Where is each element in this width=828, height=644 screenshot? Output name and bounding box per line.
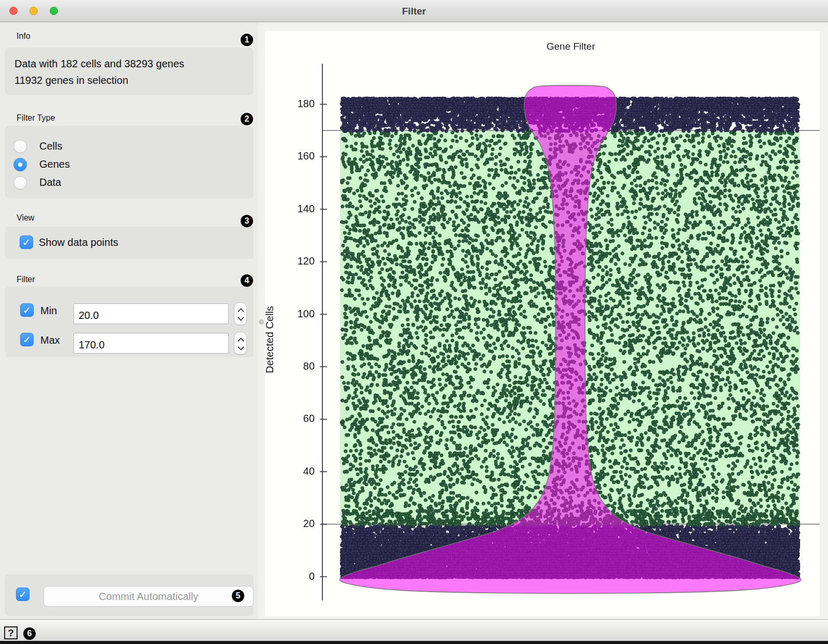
min-checkbox[interactable] <box>20 303 34 317</box>
filter-type-box: Cells Genes Data <box>5 126 254 198</box>
annotation-badge-2: 2 <box>241 113 253 125</box>
filter-type-section-header: Filter Type <box>17 113 55 123</box>
min-spinner[interactable] <box>234 302 247 325</box>
max-spinner-up-icon[interactable] <box>238 338 244 344</box>
help-button[interactable]: ? <box>4 626 18 639</box>
filter-box: Min Max <box>5 286 254 357</box>
splitter-handle[interactable] <box>259 319 264 325</box>
max-checkbox[interactable] <box>20 333 34 346</box>
info-box: Data with 182 cells and 38293 genes 1193… <box>5 48 254 95</box>
min-value-input[interactable] <box>73 303 229 324</box>
show-data-points-checkbox[interactable] <box>20 236 33 249</box>
auto-commit-checkbox[interactable] <box>16 588 29 601</box>
annotation-badge-4: 4 <box>241 274 253 287</box>
view-box: Show data points <box>5 226 254 259</box>
commit-box: Commit Automatically <box>5 574 254 616</box>
annotation-badge-3: 3 <box>241 215 253 227</box>
y-axis-label: Detected Cells <box>264 283 277 397</box>
plot-title: Gene Filter <box>321 41 821 52</box>
radio-cells[interactable] <box>13 140 27 153</box>
control-sidebar: Info Data with 182 cells and 38293 genes… <box>0 22 258 619</box>
radio-data[interactable] <box>13 176 27 189</box>
violin-plot-canvas[interactable] <box>265 31 820 616</box>
status-bar: ? <box>0 619 828 641</box>
title-bar: Filter <box>0 0 828 22</box>
annotation-badge-1: 1 <box>241 34 253 46</box>
radio-genes[interactable] <box>13 158 27 171</box>
filter-section-header: Filter <box>17 275 35 284</box>
annotation-badge-6: 6 <box>23 627 36 640</box>
max-value-input[interactable] <box>73 333 229 354</box>
min-spinner-up-icon[interactable] <box>238 308 244 315</box>
annotation-badge-5: 5 <box>232 590 244 602</box>
radio-cells-label[interactable]: Cells <box>39 140 62 152</box>
max-spinner-down-icon[interactable] <box>238 344 244 350</box>
radio-data-label[interactable]: Data <box>39 177 61 188</box>
min-label: Min <box>40 305 57 317</box>
min-spinner-down-icon[interactable] <box>238 314 244 321</box>
radio-genes-label[interactable]: Genes <box>39 158 70 170</box>
max-label: Max <box>40 334 60 346</box>
commit-button[interactable]: Commit Automatically <box>43 586 254 607</box>
info-section-header: Info <box>17 32 31 41</box>
view-section-header: View <box>17 213 34 223</box>
window-title: Filter <box>0 0 828 22</box>
info-line-1: Data with 182 cells and 38293 genes <box>14 58 184 70</box>
window-bottom-edge <box>0 641 828 644</box>
max-spinner[interactable] <box>234 332 247 355</box>
info-line-2: 11932 genes in selection <box>14 75 128 86</box>
show-data-points-label[interactable]: Show data points <box>39 237 118 248</box>
